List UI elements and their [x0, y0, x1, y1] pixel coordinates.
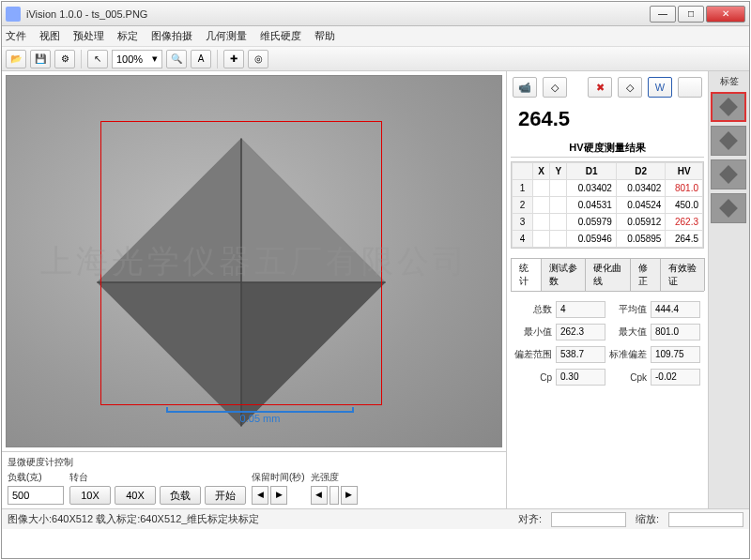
align-select[interactable]	[551, 512, 626, 527]
stats-panel: 总数4 平均值444.4 最小值262.3 最大值801.0 偏差范围538.7…	[511, 295, 704, 391]
table-row[interactable]: 40.059460.05895264.5	[513, 231, 703, 248]
diamond-icon[interactable]: ◇	[543, 77, 567, 98]
tab-curve[interactable]: 硬化曲线	[585, 258, 630, 291]
status-imagesize: 图像大小:640X512 载入标定:640X512_维氏标定块标定	[8, 512, 259, 526]
delete-icon[interactable]: ✖	[588, 77, 612, 98]
menu-capture[interactable]: 图像拍摄	[151, 29, 192, 43]
app-icon	[6, 7, 21, 22]
zoom-tool-icon[interactable]: 🔍	[166, 50, 187, 68]
menu-calibrate[interactable]: 标定	[117, 29, 138, 43]
window-titlebar: iVision 1.0.0 - ts_005.PNG — □ ✕	[2, 2, 749, 26]
thumbnail-3[interactable]	[711, 159, 746, 189]
text-tool-icon[interactable]: A	[191, 50, 211, 68]
camera-icon[interactable]: 📹	[513, 77, 537, 98]
tab-validate[interactable]: 有效验证	[660, 258, 705, 291]
table-row[interactable]: 20.045310.04524450.0	[513, 197, 703, 214]
table-row[interactable]: 10.034020.03402801.0	[513, 180, 703, 197]
target-icon[interactable]: ◎	[248, 50, 268, 68]
toolbar: 📂 💾 ⚙ ↖ 100%▾ 🔍 A ✚ ◎	[2, 47, 749, 71]
load-input[interactable]: 500	[8, 486, 64, 505]
hv-result-value: 264.5	[511, 103, 704, 135]
menu-preprocess[interactable]: 预处理	[73, 29, 104, 43]
menu-vickers[interactable]: 维氏硬度	[260, 29, 301, 43]
rotate-icon[interactable]: ◇	[618, 77, 642, 98]
tab-correct[interactable]: 修正	[630, 258, 661, 291]
blank-icon[interactable]	[678, 77, 702, 98]
table-row[interactable]: 30.059790.05912262.3	[513, 214, 703, 231]
stat-std: 109.75	[651, 346, 700, 363]
minimize-button[interactable]: —	[650, 6, 676, 23]
thumbnail-panel: 标签	[708, 71, 749, 508]
scale-bar: 0.05 mm	[166, 407, 354, 424]
hold-next-button[interactable]: ▶	[270, 486, 287, 505]
menu-geometry[interactable]: 几何测量	[206, 29, 247, 43]
tab-stats[interactable]: 统计	[511, 258, 542, 291]
hardware-title: 显微硬度计控制	[8, 456, 500, 469]
stat-avg: 444.4	[651, 301, 700, 318]
hold-prev-button[interactable]: ◀	[252, 486, 268, 505]
thumbnail-1[interactable]	[711, 92, 746, 122]
stat-range: 538.7	[556, 346, 605, 363]
load-button[interactable]: 负载	[160, 486, 201, 505]
thumbnail-2[interactable]	[711, 126, 746, 156]
pointer-icon[interactable]: ↖	[87, 50, 108, 68]
save-icon[interactable]: 💾	[30, 50, 51, 68]
settings-icon[interactable]: ⚙	[54, 50, 75, 68]
menu-file[interactable]: 文件	[6, 29, 26, 43]
light-prev-button[interactable]: ◀	[311, 486, 328, 505]
window-title: iVision 1.0.0 - ts_005.PNG	[26, 8, 650, 20]
maximize-button[interactable]: □	[678, 6, 704, 23]
mag-10x-button[interactable]: 10X	[69, 486, 111, 505]
stat-cp: 0.30	[556, 369, 605, 386]
mag-40x-button[interactable]: 40X	[115, 486, 156, 505]
stat-max: 801.0	[651, 324, 700, 341]
zoom-select[interactable]: 100%▾	[112, 50, 162, 68]
menu-view[interactable]: 视图	[39, 29, 60, 43]
menu-help[interactable]: 帮助	[314, 29, 335, 43]
open-icon[interactable]: 📂	[6, 50, 26, 68]
stat-count: 4	[556, 301, 605, 318]
tab-params[interactable]: 测试参数	[541, 258, 586, 291]
stat-min: 262.3	[556, 324, 605, 341]
crosshair-icon[interactable]: ✚	[223, 50, 244, 68]
close-button[interactable]: ✕	[706, 6, 745, 23]
thumbnail-4[interactable]	[711, 193, 746, 223]
stats-tabs: 统计 测试参数 硬化曲线 修正 有效验证	[511, 258, 704, 292]
hardware-control-panel: 显微硬度计控制 负载(克)500 转台10X40X负载开始 保留时间(秒)◀▶ …	[2, 451, 506, 508]
word-export-icon[interactable]: W	[648, 77, 672, 98]
start-button[interactable]: 开始	[205, 486, 246, 505]
status-bar: 图像大小:640X512 载入标定:640X512_维氏标定块标定 对齐: 缩放…	[2, 508, 749, 529]
light-next-button[interactable]: ▶	[341, 486, 358, 505]
menu-bar: 文件 视图 预处理 标定 图像拍摄 几何测量 维氏硬度 帮助	[2, 26, 749, 47]
result-table: XYD1D2HV10.034020.03402801.020.045310.04…	[511, 161, 704, 249]
measurement-box[interactable]	[100, 121, 382, 405]
image-viewport[interactable]: 0.05 mm 上海光学仪器五厂有限公司	[6, 75, 502, 447]
stat-cpk: -0.02	[651, 369, 700, 386]
zoom-status[interactable]	[668, 512, 743, 527]
result-table-title: HV硬度测量结果	[511, 139, 704, 158]
